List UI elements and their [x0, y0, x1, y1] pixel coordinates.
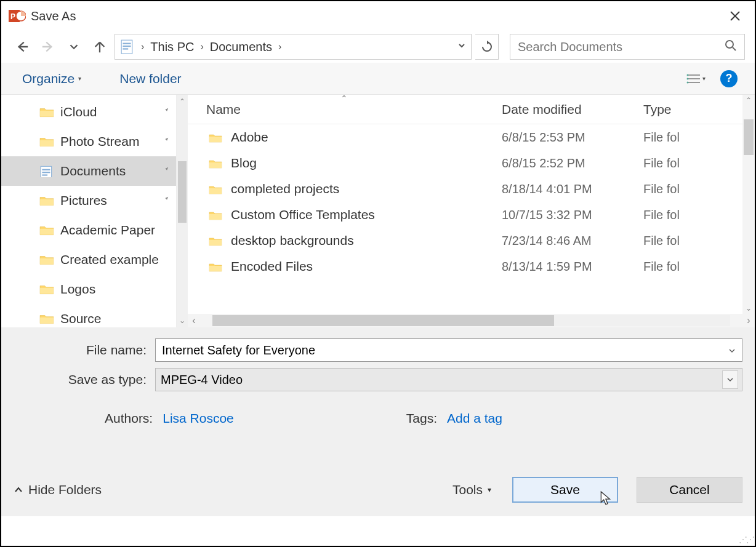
file-row[interactable]: Custom Office Templates10/7/15 3:32 PMFi…: [188, 202, 755, 228]
file-row[interactable]: desktop backgrounds7/23/14 8:46 AMFile f…: [188, 228, 755, 254]
file-date: 7/23/14 8:46 AM: [502, 234, 643, 248]
file-date: 8/13/14 1:59 PM: [502, 260, 643, 274]
file-date: 6/8/15 2:53 PM: [502, 130, 643, 145]
pin-icon: [161, 166, 170, 177]
up-button[interactable]: [89, 36, 111, 58]
file-date: 6/8/15 2:52 PM: [502, 156, 643, 170]
save-button[interactable]: Save: [512, 477, 618, 503]
sort-indicator-icon: ⌃: [340, 94, 348, 103]
save-as-type-combo[interactable]: MPEG-4 Video: [155, 368, 742, 391]
tags-label: Tags:: [406, 411, 437, 426]
folder-icon: [209, 158, 222, 169]
cancel-button[interactable]: Cancel: [637, 477, 742, 503]
filename-input[interactable]: Internet Safety for Everyone: [155, 338, 742, 362]
hide-folders-button[interactable]: Hide Folders: [14, 482, 102, 497]
cursor-icon: [600, 490, 613, 506]
breadcrumb-this-pc[interactable]: This PC: [150, 40, 194, 54]
sidebar-tree: iCloudPhoto StreamDocumentsPicturesAcade…: [1, 95, 177, 327]
svg-point-16: [686, 81, 688, 83]
breadcrumb-documents[interactable]: Documents: [210, 40, 272, 54]
file-type: File fol: [643, 208, 755, 222]
window-title: Save As: [31, 9, 723, 23]
chevron-right-icon: ›: [135, 41, 150, 52]
file-name: Adobe: [231, 130, 268, 145]
sidebar-item-photo-stream[interactable]: Photo Stream: [1, 127, 176, 156]
sidebar-item-pictures[interactable]: Pictures: [1, 186, 176, 215]
recent-dropdown[interactable]: [63, 36, 85, 58]
file-row[interactable]: completed projects8/18/14 4:01 PMFile fo…: [188, 176, 755, 202]
footer: Hide Folders Tools▾ Save Cancel: [14, 471, 742, 511]
file-name: Blog: [231, 156, 257, 170]
view-options-button[interactable]: ▾: [681, 69, 710, 89]
svg-point-14: [686, 74, 688, 76]
search-box[interactable]: [510, 34, 745, 60]
folder-icon: [209, 183, 222, 194]
sidebar-item-label: Logos: [60, 282, 95, 297]
pin-icon: [161, 136, 170, 147]
sidebar-item-label: iCloud: [60, 105, 97, 119]
breadcrumb-dropdown[interactable]: [457, 41, 466, 52]
tags-value[interactable]: Add a tag: [447, 411, 502, 426]
authors-value[interactable]: Lisa Roscoe: [163, 411, 234, 426]
file-date: 10/7/15 3:32 PM: [502, 208, 643, 222]
file-type: File fol: [643, 260, 755, 274]
nav-row: › This PC › Documents ›: [1, 31, 755, 63]
close-button[interactable]: [723, 4, 747, 28]
svg-point-9: [726, 41, 733, 48]
file-row[interactable]: Blog6/8/15 2:52 PMFile fol: [188, 150, 755, 176]
svg-point-15: [686, 78, 688, 79]
file-row[interactable]: Adobe6/8/15 2:53 PMFile fol: [188, 124, 755, 150]
resize-grip-icon[interactable]: ⋰⋰: [739, 535, 754, 545]
file-name: Encoded Files: [231, 259, 313, 274]
svg-text:P: P: [10, 12, 15, 21]
save-as-type-label: Save as type:: [14, 372, 155, 387]
back-button[interactable]: [11, 36, 33, 58]
sidebar-item-source[interactable]: Source: [1, 304, 176, 327]
pin-icon: [161, 195, 170, 206]
folder-icon: [39, 106, 54, 118]
sidebar-item-logos[interactable]: Logos: [1, 274, 176, 304]
file-type: File fol: [643, 182, 755, 196]
sidebar-item-icloud[interactable]: iCloud: [1, 97, 176, 127]
help-button[interactable]: ?: [720, 70, 738, 87]
sidebar-item-label: Pictures: [60, 193, 107, 208]
refresh-button[interactable]: [475, 34, 499, 60]
pin-icon: [161, 106, 170, 118]
sidebar-item-academic-paper[interactable]: Academic Paper: [1, 215, 176, 245]
folder-icon: [39, 194, 54, 207]
sidebar-item-created-example[interactable]: Created example: [1, 245, 176, 274]
search-icon: [725, 39, 737, 54]
new-folder-button[interactable]: New folder: [116, 69, 185, 89]
authors-label: Authors:: [105, 411, 153, 426]
file-name: Custom Office Templates: [231, 207, 375, 222]
toolbar: Organize▾ New folder ▾ ?: [1, 63, 755, 95]
svg-line-10: [733, 47, 736, 50]
chevron-right-icon: ›: [272, 41, 288, 52]
forward-button[interactable]: [37, 36, 59, 58]
titlebar: P Save As: [1, 1, 755, 31]
sidebar-item-documents[interactable]: Documents: [1, 156, 176, 186]
file-date: 8/18/14 4:01 PM: [502, 182, 643, 196]
vertical-scrollbar[interactable]: ⌃ ⌄: [742, 95, 755, 314]
column-type[interactable]: Type: [643, 102, 755, 117]
bottom-panel: File name: Internet Safety for Everyone …: [1, 327, 755, 516]
file-row[interactable]: Encoded Files8/13/14 1:59 PMFile fol: [188, 254, 755, 279]
folder-icon: [39, 283, 54, 295]
search-input[interactable]: [518, 40, 725, 54]
main-content: iCloudPhoto StreamDocumentsPicturesAcade…: [1, 95, 755, 327]
horizontal-scrollbar[interactable]: ‹ ›: [188, 314, 755, 327]
column-name[interactable]: Name: [188, 102, 502, 117]
folder-icon: [209, 235, 222, 246]
column-date[interactable]: Date modified: [502, 102, 643, 117]
file-type: File fol: [643, 234, 755, 248]
sidebar-scrollbar[interactable]: ⌃ ⌄: [177, 95, 188, 327]
file-type: File fol: [643, 156, 755, 170]
type-dropdown-icon[interactable]: [722, 370, 738, 389]
file-pane: ⌃ Name Date modified Type Adobe6/8/15 2:…: [188, 95, 755, 327]
tools-menu[interactable]: Tools▾: [452, 482, 491, 497]
breadcrumb-bar[interactable]: › This PC › Documents ›: [115, 34, 472, 60]
folder-icon: [209, 261, 222, 272]
filename-dropdown-icon[interactable]: [728, 343, 736, 357]
organize-menu[interactable]: Organize▾: [18, 69, 85, 89]
location-icon: [120, 39, 134, 55]
